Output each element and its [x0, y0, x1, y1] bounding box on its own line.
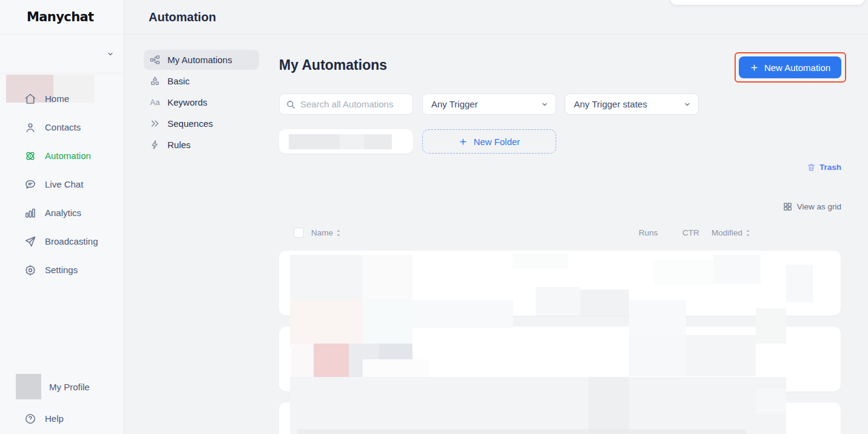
folder-name-blur: [340, 134, 364, 149]
subnav-item-rules[interactable]: Rules: [144, 135, 259, 155]
sidebar-item-label: Live Chat: [45, 179, 83, 189]
sidebar-item-my-profile[interactable]: My Profile: [0, 372, 124, 401]
new-folder-label: New Folder: [474, 137, 520, 147]
any-trigger-select[interactable]: Any Trigger: [422, 93, 556, 115]
shapes-icon: [150, 76, 160, 86]
keywords-icon: Aa: [150, 98, 160, 107]
sidebar-item-settings[interactable]: Settings: [0, 256, 124, 284]
sort-icon: [745, 229, 751, 237]
subnav-item-my-automations[interactable]: My Automations: [144, 50, 259, 70]
sidebar-item-label: Automation: [45, 151, 91, 161]
column-label: CTR: [682, 228, 699, 237]
chevron-down-icon: [541, 101, 548, 108]
sidebar-item-label: Contacts: [45, 122, 81, 132]
trash-icon: [807, 163, 816, 172]
sidebar-item-label: Analytics: [45, 208, 81, 218]
column-header-name[interactable]: Name: [311, 228, 341, 237]
subnav-item-basic[interactable]: Basic: [144, 71, 259, 91]
column-label: Modified: [712, 228, 742, 237]
app-root: Manychat Home Contacts: [0, 0, 868, 434]
sort-icon: [335, 229, 341, 237]
column-header-ctr: CTR: [682, 228, 699, 237]
view-as-grid-label: View as grid: [797, 202, 841, 211]
automation-icon: [24, 150, 36, 162]
automation-row-card[interactable]: [279, 402, 841, 434]
chevron-down-icon[interactable]: [107, 50, 114, 58]
subnav-item-keywords[interactable]: Aa Keywords: [144, 92, 259, 112]
sidebar-item-label: Settings: [45, 265, 78, 275]
subnav-item-label: Basic: [167, 76, 190, 86]
column-header-modified[interactable]: Modified: [712, 228, 751, 237]
page-header: Automation: [124, 0, 868, 35]
folder-name-blur: [364, 134, 392, 149]
sidebar-item-automation[interactable]: Automation: [0, 141, 124, 170]
any-trigger-value: Any Trigger: [431, 99, 478, 109]
manychat-logo: Manychat: [27, 10, 94, 24]
new-automation-button[interactable]: New Automation: [739, 56, 841, 78]
sidebar-item-label: Broadcasting: [45, 236, 98, 246]
plus-icon: [750, 63, 759, 72]
chevron-down-icon: [684, 101, 691, 108]
any-trigger-states-value: Any Trigger states: [574, 99, 647, 109]
column-header-runs: Runs: [639, 228, 658, 237]
view-as-grid-toggle[interactable]: View as grid: [783, 202, 841, 211]
page-title: Automation: [149, 10, 216, 24]
subnav-item-label: Keywords: [167, 97, 207, 107]
flow-icon: [150, 55, 160, 65]
new-folder-button[interactable]: New Folder: [422, 129, 556, 154]
subnav-item-label: My Automations: [167, 55, 232, 65]
sidebar: Manychat Home Contacts: [0, 0, 124, 434]
analytics-icon: [24, 207, 36, 219]
search-input[interactable]: [300, 99, 406, 109]
trash-label: Trash: [819, 163, 841, 172]
sidebar-item-broadcasting[interactable]: Broadcasting: [0, 227, 124, 256]
column-label: Name: [311, 228, 333, 237]
sidebar-item-analytics[interactable]: Analytics: [0, 198, 124, 227]
plus-icon: [459, 137, 468, 146]
sidebar-item-home[interactable]: Home: [0, 84, 124, 113]
sidebar-item-live-chat[interactable]: Live Chat: [0, 170, 124, 198]
live-chat-icon: [24, 178, 36, 191]
home-icon: [24, 93, 36, 105]
logo-row: Manychat: [0, 0, 124, 35]
settings-icon: [24, 264, 36, 276]
table-header: Name Runs CTR Modified: [279, 227, 841, 239]
sidebar-item-help[interactable]: Help: [0, 404, 124, 433]
new-automation-label: New Automation: [764, 63, 830, 73]
folder-name-blur: [289, 134, 340, 149]
sidebar-nav: Home Contacts Automation Live Chat: [0, 73, 124, 284]
automation-row-card[interactable]: [279, 327, 841, 392]
any-trigger-states-select[interactable]: Any Trigger states: [565, 93, 699, 115]
select-all-checkbox[interactable]: [294, 228, 304, 238]
help-label: Help: [45, 413, 64, 424]
contacts-icon: [24, 121, 36, 134]
automation-row-card[interactable]: [279, 251, 841, 316]
grid-icon: [783, 202, 792, 211]
lightning-icon: [150, 140, 160, 150]
topright-panel-edge: [670, 0, 865, 5]
sidebar-item-contacts[interactable]: Contacts: [0, 113, 124, 141]
broadcasting-icon: [24, 236, 36, 248]
trash-link[interactable]: Trash: [807, 163, 841, 172]
automation-subnav: My Automations Basic Aa Keywords Sequenc…: [144, 50, 259, 156]
search-icon: [286, 100, 295, 109]
search-box: [279, 93, 413, 115]
profile-avatar-blur: [16, 374, 41, 399]
double-chevron-icon: [150, 118, 160, 129]
sidebar-item-label: Home: [45, 93, 69, 104]
help-icon: [24, 413, 36, 425]
account-switcher[interactable]: [0, 35, 124, 73]
column-label: Runs: [639, 228, 658, 237]
subnav-item-label: Sequences: [167, 118, 213, 129]
folder-card[interactable]: [279, 129, 413, 154]
subnav-item-label: Rules: [167, 140, 190, 150]
my-profile-label: My Profile: [49, 382, 90, 392]
content-title: My Automations: [279, 57, 387, 73]
subnav-item-sequences[interactable]: Sequences: [144, 114, 259, 134]
